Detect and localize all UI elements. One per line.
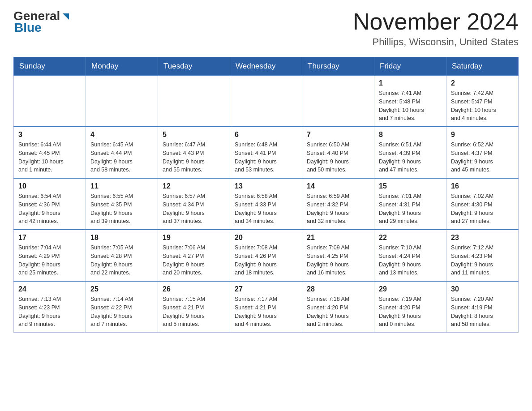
- day-info: Sunrise: 6:51 AM Sunset: 4:39 PM Dayligh…: [379, 141, 442, 174]
- calendar-week-2: 3Sunrise: 6:44 AM Sunset: 4:45 PM Daylig…: [14, 127, 519, 178]
- calendar-cell: 17Sunrise: 7:04 AM Sunset: 4:29 PM Dayli…: [14, 230, 86, 281]
- day-number: 5: [163, 131, 225, 139]
- day-info: Sunrise: 6:44 AM Sunset: 4:45 PM Dayligh…: [18, 141, 81, 174]
- month-title: November 2024: [353, 9, 519, 34]
- calendar-cell: 13Sunrise: 6:58 AM Sunset: 4:33 PM Dayli…: [230, 178, 302, 230]
- calendar-cell: 5Sunrise: 6:47 AM Sunset: 4:43 PM Daylig…: [158, 127, 230, 178]
- day-number: 12: [163, 182, 225, 190]
- calendar-cell: 1Sunrise: 7:41 AM Sunset: 5:48 PM Daylig…: [374, 76, 446, 127]
- calendar-cell: [86, 76, 158, 127]
- day-number: 28: [307, 285, 369, 293]
- calendar-cell: 26Sunrise: 7:15 AM Sunset: 4:21 PM Dayli…: [158, 281, 230, 333]
- day-number: 22: [379, 234, 442, 242]
- day-number: 14: [307, 182, 369, 190]
- logo-triangle-icon: [61, 12, 71, 21]
- calendar-cell: 12Sunrise: 6:57 AM Sunset: 4:34 PM Dayli…: [158, 178, 230, 230]
- calendar-cell: 15Sunrise: 7:01 AM Sunset: 4:31 PM Dayli…: [374, 178, 446, 230]
- page-header: General Blue November 2024 Phillips, Wis…: [13, 9, 519, 48]
- calendar-cell: 19Sunrise: 7:06 AM Sunset: 4:27 PM Dayli…: [158, 230, 230, 281]
- day-info: Sunrise: 7:12 AM Sunset: 4:23 PM Dayligh…: [451, 244, 514, 277]
- day-number: 17: [18, 234, 81, 242]
- day-info: Sunrise: 7:06 AM Sunset: 4:27 PM Dayligh…: [163, 244, 225, 277]
- day-info: Sunrise: 7:14 AM Sunset: 4:22 PM Dayligh…: [90, 295, 153, 329]
- day-number: 9: [451, 131, 514, 139]
- calendar-cell: 22Sunrise: 7:10 AM Sunset: 4:24 PM Dayli…: [374, 230, 446, 281]
- calendar-cell: 23Sunrise: 7:12 AM Sunset: 4:23 PM Dayli…: [446, 230, 519, 281]
- day-number: 10: [18, 182, 81, 190]
- day-info: Sunrise: 7:19 AM Sunset: 4:20 PM Dayligh…: [379, 295, 442, 329]
- calendar-cell: 24Sunrise: 7:13 AM Sunset: 4:23 PM Dayli…: [14, 281, 86, 333]
- day-info: Sunrise: 7:13 AM Sunset: 4:23 PM Dayligh…: [18, 295, 81, 329]
- day-info: Sunrise: 7:10 AM Sunset: 4:24 PM Dayligh…: [379, 244, 442, 277]
- day-number: 16: [451, 182, 514, 190]
- calendar-cell: 28Sunrise: 7:18 AM Sunset: 4:20 PM Dayli…: [302, 281, 374, 333]
- calendar-cell: 7Sunrise: 6:50 AM Sunset: 4:40 PM Daylig…: [302, 127, 374, 178]
- weekday-header-row: SundayMondayTuesdayWednesdayThursdayFrid…: [14, 57, 519, 76]
- logo-blue-text: Blue: [13, 21, 42, 35]
- day-info: Sunrise: 7:15 AM Sunset: 4:21 PM Dayligh…: [163, 295, 225, 329]
- weekday-header-saturday: Saturday: [446, 57, 519, 76]
- day-info: Sunrise: 6:54 AM Sunset: 4:36 PM Dayligh…: [18, 192, 81, 226]
- calendar-cell: [230, 76, 302, 127]
- calendar-cell: 18Sunrise: 7:05 AM Sunset: 4:28 PM Dayli…: [86, 230, 158, 281]
- day-info: Sunrise: 7:04 AM Sunset: 4:29 PM Dayligh…: [18, 244, 81, 277]
- day-info: Sunrise: 7:05 AM Sunset: 4:28 PM Dayligh…: [90, 244, 153, 277]
- day-number: 29: [379, 285, 442, 293]
- day-info: Sunrise: 6:58 AM Sunset: 4:33 PM Dayligh…: [235, 192, 297, 226]
- day-info: Sunrise: 7:02 AM Sunset: 4:30 PM Dayligh…: [451, 192, 514, 226]
- calendar-cell: 9Sunrise: 6:52 AM Sunset: 4:37 PM Daylig…: [446, 127, 519, 178]
- day-number: 21: [307, 234, 369, 242]
- svg-marker-0: [63, 13, 69, 20]
- day-number: 3: [18, 131, 81, 139]
- calendar-cell: [14, 76, 86, 127]
- calendar-cell: 27Sunrise: 7:17 AM Sunset: 4:21 PM Dayli…: [230, 281, 302, 333]
- weekday-header-wednesday: Wednesday: [230, 57, 302, 76]
- calendar-week-3: 10Sunrise: 6:54 AM Sunset: 4:36 PM Dayli…: [14, 178, 519, 230]
- day-info: Sunrise: 6:59 AM Sunset: 4:32 PM Dayligh…: [307, 192, 369, 226]
- calendar-week-5: 24Sunrise: 7:13 AM Sunset: 4:23 PM Dayli…: [14, 281, 519, 333]
- day-info: Sunrise: 6:55 AM Sunset: 4:35 PM Dayligh…: [90, 192, 153, 226]
- day-info: Sunrise: 7:42 AM Sunset: 5:47 PM Dayligh…: [451, 89, 514, 123]
- calendar-week-1: 1Sunrise: 7:41 AM Sunset: 5:48 PM Daylig…: [14, 76, 519, 127]
- weekday-header-monday: Monday: [86, 57, 158, 76]
- calendar-cell: 14Sunrise: 6:59 AM Sunset: 4:32 PM Dayli…: [302, 178, 374, 230]
- day-number: 27: [235, 285, 297, 293]
- calendar-cell: 2Sunrise: 7:42 AM Sunset: 5:47 PM Daylig…: [446, 76, 519, 127]
- calendar-cell: 30Sunrise: 7:20 AM Sunset: 4:19 PM Dayli…: [446, 281, 519, 333]
- calendar-cell: 21Sunrise: 7:09 AM Sunset: 4:25 PM Dayli…: [302, 230, 374, 281]
- day-info: Sunrise: 7:09 AM Sunset: 4:25 PM Dayligh…: [307, 244, 369, 277]
- day-info: Sunrise: 6:57 AM Sunset: 4:34 PM Dayligh…: [163, 192, 225, 226]
- day-number: 4: [90, 131, 153, 139]
- calendar-table: SundayMondayTuesdayWednesdayThursdayFrid…: [13, 57, 519, 333]
- calendar-cell: 29Sunrise: 7:19 AM Sunset: 4:20 PM Dayli…: [374, 281, 446, 333]
- weekday-header-friday: Friday: [374, 57, 446, 76]
- calendar-cell: 20Sunrise: 7:08 AM Sunset: 4:26 PM Dayli…: [230, 230, 302, 281]
- day-number: 24: [18, 285, 81, 293]
- day-number: 19: [163, 234, 225, 242]
- day-number: 7: [307, 131, 369, 139]
- day-info: Sunrise: 7:41 AM Sunset: 5:48 PM Dayligh…: [379, 89, 442, 123]
- calendar-cell: 10Sunrise: 6:54 AM Sunset: 4:36 PM Dayli…: [14, 178, 86, 230]
- calendar-cell: 8Sunrise: 6:51 AM Sunset: 4:39 PM Daylig…: [374, 127, 446, 178]
- day-info: Sunrise: 7:18 AM Sunset: 4:20 PM Dayligh…: [307, 295, 369, 329]
- calendar-cell: 3Sunrise: 6:44 AM Sunset: 4:45 PM Daylig…: [14, 127, 86, 178]
- day-number: 8: [379, 131, 442, 139]
- day-info: Sunrise: 6:45 AM Sunset: 4:44 PM Dayligh…: [90, 141, 153, 174]
- title-section: November 2024 Phillips, Wisconsin, Unite…: [353, 9, 519, 48]
- weekday-header-sunday: Sunday: [14, 57, 86, 76]
- day-info: Sunrise: 6:48 AM Sunset: 4:41 PM Dayligh…: [235, 141, 297, 174]
- calendar-cell: 25Sunrise: 7:14 AM Sunset: 4:22 PM Dayli…: [86, 281, 158, 333]
- location-text: Phillips, Wisconsin, United States: [353, 36, 519, 48]
- day-number: 15: [379, 182, 442, 190]
- day-info: Sunrise: 7:17 AM Sunset: 4:21 PM Dayligh…: [235, 295, 297, 329]
- day-number: 2: [451, 79, 514, 87]
- day-info: Sunrise: 6:52 AM Sunset: 4:37 PM Dayligh…: [451, 141, 514, 174]
- day-number: 18: [90, 234, 153, 242]
- calendar-cell: [302, 76, 374, 127]
- day-number: 26: [163, 285, 225, 293]
- logo: General Blue: [13, 9, 71, 35]
- calendar-cell: 6Sunrise: 6:48 AM Sunset: 4:41 PM Daylig…: [230, 127, 302, 178]
- day-info: Sunrise: 6:50 AM Sunset: 4:40 PM Dayligh…: [307, 141, 369, 174]
- day-number: 30: [451, 285, 514, 293]
- calendar-body: 1Sunrise: 7:41 AM Sunset: 5:48 PM Daylig…: [14, 76, 519, 333]
